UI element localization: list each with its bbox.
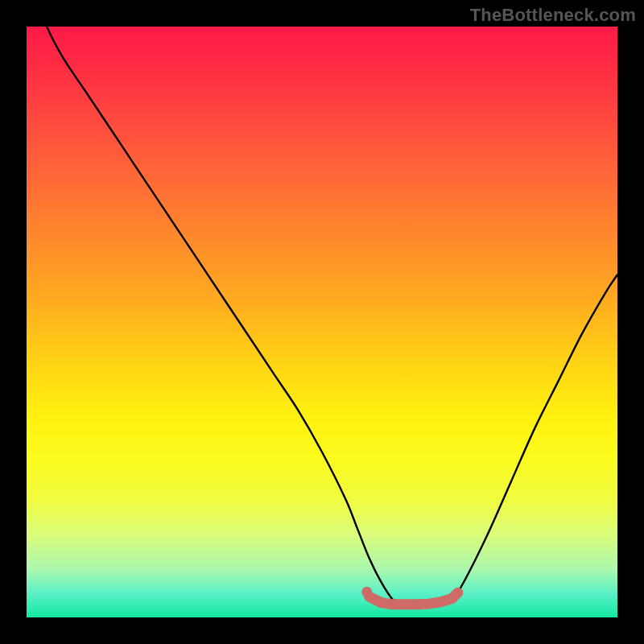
plot-area: [27, 27, 617, 617]
optimal-range-line: [369, 592, 458, 605]
watermark-text: TheBottleneck.com: [470, 5, 636, 26]
optimal-range-dot: [361, 587, 372, 597]
chart-frame: TheBottleneck.com: [0, 0, 644, 644]
curve-svg: [27, 27, 617, 617]
optimal-range-markers: [361, 587, 458, 605]
bottleneck-curve: [27, 27, 617, 606]
